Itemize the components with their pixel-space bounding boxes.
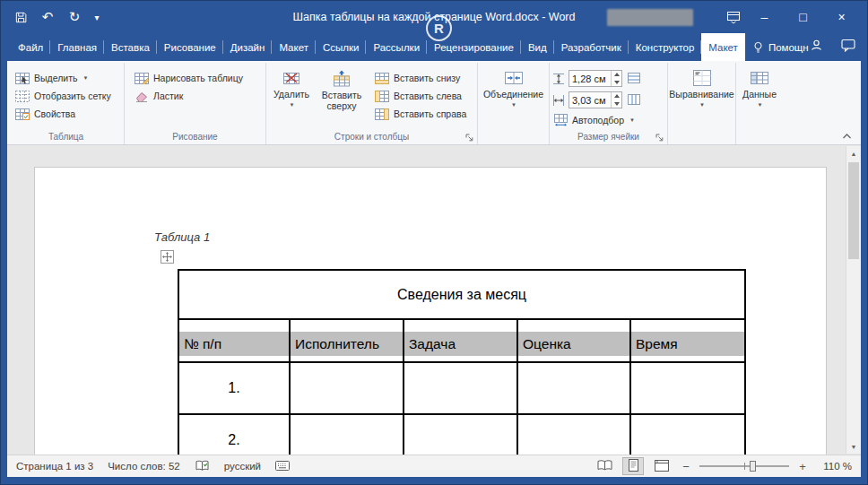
- keyboard-indicator[interactable]: [275, 461, 290, 472]
- tab-insert[interactable]: Вставка: [104, 33, 157, 61]
- scrollbar-thumb[interactable]: [848, 162, 859, 259]
- tab-label: Ссылки: [323, 42, 360, 53]
- zoom-thumb[interactable]: [750, 461, 756, 472]
- move-cross-icon: [162, 249, 172, 265]
- rows-columns-dialog-launcher[interactable]: [464, 132, 475, 143]
- row-height-input[interactable]: [569, 71, 611, 86]
- tab-references[interactable]: Ссылки: [316, 33, 367, 61]
- tab-table-design[interactable]: Конструктор: [629, 33, 702, 61]
- draw-table-button[interactable]: Нарисовать таблицу: [132, 71, 246, 85]
- zoom-out-button[interactable]: −: [680, 460, 692, 473]
- column-width-field: [569, 91, 622, 108]
- table-cell[interactable]: [517, 414, 630, 455]
- scroll-up-button[interactable]: ▲: [846, 146, 861, 160]
- feedback-button[interactable]: [841, 39, 855, 56]
- account-button[interactable]: [810, 39, 823, 56]
- tab-home[interactable]: Главная: [50, 33, 104, 61]
- insert-above-button[interactable]: Вставить сверху: [315, 64, 369, 131]
- row-height-spinner[interactable]: [611, 71, 621, 86]
- data-button[interactable]: Данные ▼: [738, 64, 781, 144]
- button-label: Ластик: [153, 91, 183, 101]
- lightbulb-icon: [752, 41, 764, 54]
- print-layout-button[interactable]: [622, 457, 644, 475]
- insert-above-icon: [333, 70, 351, 87]
- table-cell[interactable]: 1.: [178, 362, 290, 414]
- table-cell[interactable]: 2.: [178, 414, 290, 455]
- autofit-button[interactable]: Автоподбор▼: [551, 113, 642, 127]
- table-header-text: Исполнитель: [291, 332, 403, 356]
- zoom-slider[interactable]: [699, 459, 789, 473]
- button-label: Свойства: [34, 108, 75, 119]
- zoom-in-button[interactable]: +: [796, 460, 809, 473]
- tab-draw[interactable]: Рисование: [157, 33, 223, 61]
- tab-label: Макет: [708, 42, 738, 53]
- table-header-cell[interactable]: Оценка: [517, 319, 630, 362]
- button-label: Вставить справа: [394, 108, 466, 119]
- table-title-cell[interactable]: Сведения за месяц: [178, 270, 745, 319]
- word-count[interactable]: Число слов: 52: [108, 461, 180, 472]
- print-layout-icon: [628, 459, 639, 473]
- comment-icon: [841, 39, 855, 56]
- cell-size-dialog-launcher[interactable]: [654, 132, 665, 143]
- scroll-down-button[interactable]: ▼: [846, 439, 861, 454]
- table-move-handle[interactable]: [161, 250, 174, 264]
- tab-view[interactable]: Вид: [521, 33, 554, 61]
- table-cell[interactable]: [290, 414, 404, 455]
- distribute-columns-icon: [628, 92, 640, 108]
- column-width-spinner[interactable]: [611, 92, 621, 108]
- insert-right-button[interactable]: Вставить справа: [372, 107, 469, 121]
- tab-assistant[interactable]: Помощн: [745, 33, 816, 61]
- delete-button[interactable]: Удалить ▼: [268, 64, 315, 131]
- vertical-scrollbar[interactable]: ▲ ▼: [846, 146, 861, 454]
- insert-below-button[interactable]: Вставить снизу: [372, 71, 469, 85]
- insert-below-icon: [375, 72, 389, 84]
- distribute-rows-button[interactable]: [626, 71, 642, 87]
- button-label: Вставить снизу: [394, 73, 460, 83]
- table-cell[interactable]: [630, 414, 745, 455]
- language-indicator[interactable]: русский: [224, 461, 261, 472]
- tab-developer[interactable]: Разработчик: [554, 33, 629, 61]
- table-header-cell[interactable]: № п/п: [178, 319, 290, 362]
- document-table[interactable]: Сведения за месяц№ п/пИсполнительЗадачаО…: [178, 269, 746, 455]
- maximize-button[interactable]: □: [784, 1, 822, 33]
- table-cell[interactable]: [404, 414, 517, 455]
- minimize-button[interactable]: –: [745, 1, 784, 33]
- table-header-cell[interactable]: Время: [630, 319, 745, 362]
- zoom-percentage[interactable]: 110 %: [816, 461, 852, 472]
- table-properties-button[interactable]: Свойства: [13, 107, 114, 121]
- table-cell[interactable]: [630, 362, 745, 414]
- table-cell[interactable]: [404, 362, 517, 414]
- table-header-cell[interactable]: Задача: [404, 319, 517, 362]
- merge-button[interactable]: Объединение ▼: [480, 64, 547, 144]
- ribbon-display-options-button[interactable]: [722, 4, 745, 30]
- web-layout-button[interactable]: [651, 457, 673, 475]
- page-indicator[interactable]: Страница 1 из 3: [16, 461, 93, 472]
- tab-mailings[interactable]: Рассылки: [366, 33, 427, 61]
- table-cell[interactable]: [517, 362, 630, 414]
- tab-layout[interactable]: Макет: [272, 33, 316, 61]
- column-width-input[interactable]: [569, 92, 611, 108]
- tab-design[interactable]: Дизайн: [223, 33, 273, 61]
- table-cell[interactable]: [290, 362, 404, 414]
- button-label: Данные: [742, 89, 777, 100]
- collapse-ribbon-button[interactable]: [838, 129, 855, 142]
- read-mode-button[interactable]: [594, 457, 615, 475]
- dropdown-caret-icon: ▼: [82, 75, 88, 81]
- dropdown-caret-icon: ▼: [629, 117, 635, 123]
- ribbon-group-cell-size: Автоподбор▼ Размер ячейки: [550, 63, 668, 144]
- view-gridlines-button[interactable]: Отобразить сетку: [13, 89, 114, 103]
- tab-label: Разработчик: [561, 42, 621, 53]
- insert-left-button[interactable]: Вставить слева: [372, 89, 469, 103]
- close-button[interactable]: ×: [822, 1, 861, 33]
- dropdown-caret-icon: ▼: [290, 102, 295, 108]
- eraser-button[interactable]: Ластик: [132, 89, 246, 103]
- tab-table-layout[interactable]: Макет: [701, 33, 745, 61]
- distribute-columns-button[interactable]: [626, 92, 642, 108]
- table-header-cell[interactable]: Исполнитель: [290, 319, 404, 362]
- table-header-text: Время: [631, 332, 744, 356]
- document-page[interactable]: Таблица 1 Сведения за месяц№ п/пИсполнит…: [34, 167, 827, 455]
- tab-file[interactable]: Файл: [11, 33, 50, 61]
- proofing-status-button[interactable]: [195, 460, 210, 473]
- select-table-button[interactable]: Выделить▼: [13, 71, 114, 85]
- alignment-button[interactable]: Выравнивание ▼: [670, 64, 734, 144]
